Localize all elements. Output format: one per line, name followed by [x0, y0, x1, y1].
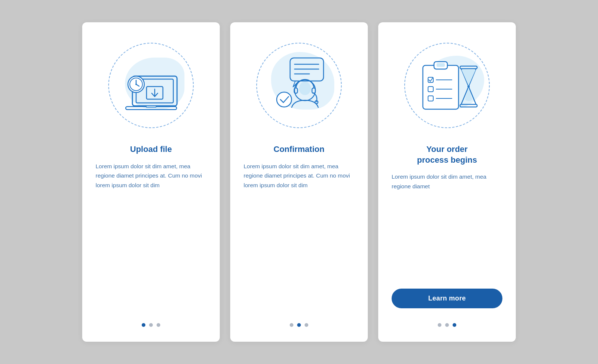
card-order-process: Your order process begins Lorem ipsum do… — [378, 22, 516, 342]
card-upload-file: Upload file Lorem ipsum dolor sit dim am… — [82, 22, 220, 342]
svg-point-14 — [299, 82, 311, 95]
card-body-confirmation: Lorem ipsum dolor sit dim amet, mea regi… — [244, 162, 354, 311]
svg-point-18 — [277, 92, 292, 107]
dot-3-upload — [157, 323, 160, 327]
card-body-upload: Lorem ipsum dolor sit dim amet, mea regi… — [96, 162, 206, 311]
confirmation-icon — [265, 51, 334, 120]
dot-2-upload — [149, 323, 153, 327]
svg-rect-29 — [460, 104, 477, 107]
card-title-order: Your order process begins — [417, 144, 477, 165]
dots-upload — [142, 323, 160, 327]
learn-more-button[interactable]: Learn more — [392, 289, 502, 308]
svg-rect-28 — [460, 66, 477, 69]
dot-3-order — [453, 323, 456, 327]
dots-confirmation — [290, 323, 308, 327]
upload-file-icon — [117, 54, 186, 117]
svg-point-30 — [467, 85, 470, 88]
svg-rect-21 — [437, 63, 445, 67]
dot-3-confirmation — [305, 323, 308, 327]
card-title-upload: Upload file — [130, 144, 172, 155]
dot-2-confirmation — [297, 323, 301, 327]
card-confirmation: Confirmation Lorem ipsum dolor sit dim a… — [230, 22, 368, 342]
icon-area-order — [399, 37, 495, 134]
card-title-confirmation: Confirmation — [274, 144, 325, 155]
icon-area-upload — [103, 37, 199, 134]
cards-container: Upload file Lorem ipsum dolor sit dim am… — [82, 22, 516, 342]
dot-1-order — [438, 323, 441, 327]
icon-area-confirmation — [251, 37, 347, 134]
card-body-order: Lorem ipsum dolor sit dim amet, mea regi… — [392, 172, 502, 281]
dot-1-confirmation — [290, 323, 293, 327]
svg-point-8 — [135, 84, 137, 85]
dots-order — [438, 323, 456, 327]
dot-1-upload — [142, 323, 145, 327]
order-process-icon — [412, 51, 482, 120]
dot-2-order — [445, 323, 449, 327]
